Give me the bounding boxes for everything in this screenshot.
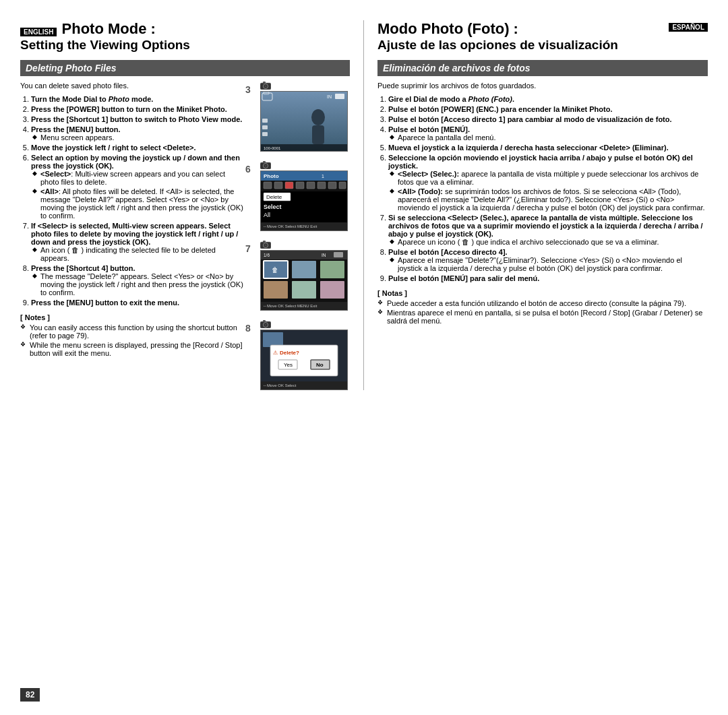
screen-step-7: 7 1/6 IN bbox=[245, 241, 350, 311]
svg-text:Yes: Yes bbox=[284, 362, 293, 368]
step-2: Press the [POWER] button to turn on the … bbox=[31, 105, 245, 113]
step8-label: 8 bbox=[245, 323, 257, 334]
left-intro: You can delete saved photo files. bbox=[20, 82, 245, 90]
svg-rect-11 bbox=[335, 94, 344, 99]
right-notes: [ Notas ] Puede acceder a esta función u… bbox=[377, 289, 708, 325]
right-steps-list: Gire el Dial de modo a Photo (Foto). Pul… bbox=[377, 95, 708, 282]
r-step-4: Pulse el botón [MENÚ]. Aparece la pantal… bbox=[388, 125, 708, 142]
r-step7-bullet: Aparece un icono ( 🗑 ) que indica el arc… bbox=[388, 238, 708, 246]
camera-icon-8 bbox=[260, 320, 271, 328]
svg-rect-32 bbox=[339, 182, 346, 189]
r-step6-select-bullet: <Select> (Selec.): aparece la pantalla d… bbox=[388, 170, 708, 186]
svg-rect-28 bbox=[296, 182, 304, 189]
screen-8-delete: ⚠ Delete? Yes No ↔Move OK Select bbox=[260, 330, 348, 390]
svg-rect-5 bbox=[261, 92, 347, 151]
step-8: Press the [Shortcut 4] button. The messa… bbox=[31, 264, 245, 297]
left-title-sub: Setting the Viewing Options bbox=[20, 38, 190, 52]
svg-rect-53 bbox=[320, 281, 344, 299]
step6-all-bullet: <All>: All photo files will be deleted. … bbox=[31, 187, 245, 220]
r-step-8: Pulse el botón [Acceso directo 4]. Apare… bbox=[388, 248, 708, 272]
r-step-9: Pulse el botón [MENÚ] para salir del men… bbox=[388, 274, 708, 282]
left-header: ENGLISH Photo Mode : Setting the Viewing… bbox=[20, 20, 350, 53]
screen7-svg: 1/6 IN bbox=[261, 251, 347, 310]
step6-label: 6 bbox=[245, 164, 257, 175]
page-number: 82 bbox=[20, 688, 40, 702]
screen-step-3: 3 bbox=[245, 82, 350, 152]
screen8-svg: ⚠ Delete? Yes No ↔Move OK Select bbox=[261, 330, 347, 390]
svg-rect-43 bbox=[261, 251, 347, 310]
screen-step-8: 8 bbox=[245, 320, 350, 390]
step-1: Turn the Mode Dial to Photo mode. bbox=[31, 95, 245, 103]
right-column: Modo Photo (Foto) : ESPAÑOL Ajuste de la… bbox=[364, 20, 708, 390]
svg-rect-51 bbox=[264, 281, 288, 299]
left-notes-title: [ Notes ] bbox=[20, 313, 245, 321]
left-note-1: You can easily access this function by u… bbox=[20, 323, 245, 340]
r-step-7: Si se selecciona <Select> (Selec.), apar… bbox=[388, 214, 708, 246]
svg-rect-16 bbox=[262, 132, 268, 136]
svg-text:IN: IN bbox=[327, 94, 332, 99]
r-step6-all-bullet: <All> (Todo): se suprimirán todos los ar… bbox=[388, 187, 708, 212]
right-note-2: Mientras aparece el menú en pantalla, si… bbox=[377, 309, 708, 325]
step-9: Press the [MENU] button to exit the menu… bbox=[31, 299, 245, 307]
camera-icon-6 bbox=[260, 161, 271, 169]
right-intro: Puede suprimir los archivos de fotos gua… bbox=[377, 82, 708, 90]
svg-text:1/6: 1/6 bbox=[264, 253, 270, 257]
svg-rect-49 bbox=[292, 261, 316, 278]
svg-text:⚠: ⚠ bbox=[273, 350, 278, 356]
right-notes-title: [ Notas ] bbox=[377, 289, 708, 297]
step-5: Move the joystick left / right to select… bbox=[31, 144, 245, 152]
r-step-5: Mueva el joystick a la izquierda / derec… bbox=[388, 144, 708, 152]
svg-rect-47 bbox=[334, 252, 343, 257]
left-screens-sidebar: 3 bbox=[245, 82, 350, 390]
svg-point-41 bbox=[264, 244, 267, 247]
camera-icon bbox=[260, 82, 271, 90]
r-step-3: Pulse el botón [Acceso directo 1] para c… bbox=[388, 115, 708, 123]
left-section-header: Deleting Photo Files bbox=[20, 60, 350, 76]
svg-rect-27 bbox=[285, 182, 293, 189]
svg-point-60 bbox=[264, 323, 267, 326]
svg-rect-42 bbox=[263, 241, 266, 243]
svg-text:↔Move  OK Select: ↔Move OK Select bbox=[263, 383, 297, 387]
screen3-svg: IN 100-0001 bbox=[261, 92, 347, 151]
left-notes: [ Notes ] You can easily access this fun… bbox=[20, 313, 245, 357]
svg-text:🗑: 🗑 bbox=[272, 266, 278, 274]
screen-6-menu: Photo 1 bbox=[260, 170, 348, 231]
espanol-badge: ESPAÑOL bbox=[669, 23, 708, 32]
step-3: Press the [Shortcut 1] button to switch … bbox=[31, 115, 245, 123]
svg-text:100-0001: 100-0001 bbox=[264, 146, 281, 150]
svg-rect-15 bbox=[262, 125, 268, 129]
right-header: Modo Photo (Foto) : ESPAÑOL Ajuste de la… bbox=[377, 20, 708, 53]
right-title-main: Modo Photo (Foto) : bbox=[377, 20, 518, 37]
step-7: If <Select> is selected, Multi-view scre… bbox=[31, 222, 245, 262]
svg-text:↔Move  OK Select  MENU Exit: ↔Move OK Select MENU Exit bbox=[263, 224, 317, 228]
r-step4-bullet: Aparece la pantalla del menú. bbox=[388, 133, 708, 142]
svg-text:IN: IN bbox=[322, 253, 326, 257]
svg-rect-29 bbox=[307, 182, 315, 189]
svg-rect-14 bbox=[262, 119, 268, 123]
right-note-1: Puede acceder a esta función utilizando … bbox=[377, 299, 708, 307]
svg-text:Delete: Delete bbox=[266, 194, 282, 200]
svg-rect-52 bbox=[292, 281, 316, 299]
svg-rect-7 bbox=[312, 125, 324, 144]
svg-rect-30 bbox=[317, 182, 326, 189]
svg-rect-25 bbox=[264, 182, 272, 189]
svg-point-6 bbox=[311, 109, 325, 125]
left-text-content: You can delete saved photo files. Turn t… bbox=[20, 82, 245, 390]
camera-icon-7 bbox=[260, 241, 271, 249]
page: ENGLISH Photo Mode : Setting the Viewing… bbox=[0, 0, 728, 715]
left-column: ENGLISH Photo Mode : Setting the Viewing… bbox=[20, 20, 364, 390]
svg-rect-61 bbox=[263, 320, 266, 322]
step-4: Press the [MENU] button. Menu screen app… bbox=[31, 125, 245, 142]
screen-7-multi: 1/6 IN bbox=[260, 250, 348, 311]
right-title-sub: Ajuste de las opciones de visualización bbox=[377, 38, 618, 52]
step4-bullet: Menu screen appears. bbox=[31, 133, 245, 142]
step7-bullet: An icon ( 🗑 ) indicating the selected fi… bbox=[31, 246, 245, 262]
r-step-6: Seleccione la opción moviendo el joystic… bbox=[388, 154, 708, 212]
r-step-2: Pulse el botón [POWER] (ENC.) para encen… bbox=[388, 105, 708, 113]
left-note-2: While the menu screen is displayed, pres… bbox=[20, 341, 245, 357]
left-steps-list: Turn the Mode Dial to Photo mode. Press … bbox=[20, 95, 245, 307]
svg-text:1: 1 bbox=[322, 174, 324, 179]
svg-rect-20 bbox=[263, 161, 266, 163]
svg-text:↔Move  OK Select  MENU Exit: ↔Move OK Select MENU Exit bbox=[263, 304, 317, 308]
r-step8-bullet: Aparece el mensaje "Delete?"(¿Eliminar?)… bbox=[388, 256, 708, 272]
